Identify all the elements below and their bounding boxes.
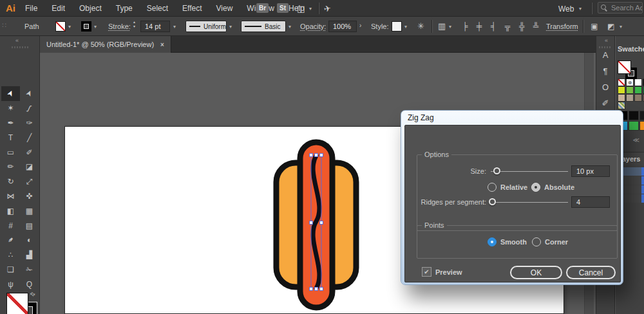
direct-selection-tool[interactable]: ➤ (20, 86, 39, 101)
stroke-panel-link[interactable]: Stroke: (108, 23, 131, 30)
style-chevron-icon[interactable]: ▾ (404, 24, 407, 30)
swatch-black-3[interactable] (639, 111, 644, 120)
drag-handle[interactable]: ∷ (2, 21, 6, 30)
shape-mode-icon[interactable]: ◩ (606, 17, 616, 36)
preview-checkbox[interactable]: ✔ (422, 267, 431, 277)
opacity-field[interactable]: 100% (328, 21, 357, 32)
menu-item[interactable]: Edit (44, 0, 72, 17)
swatch-bright-green[interactable] (629, 121, 639, 131)
symbol-sprayer-tool[interactable]: ∴ (1, 248, 20, 263)
selection-tool[interactable]: ➤ (1, 86, 20, 101)
swatch-taupe[interactable] (626, 94, 634, 102)
search-input[interactable] (610, 3, 643, 12)
menu-item[interactable]: Effect (175, 0, 209, 17)
type-tool[interactable]: T (1, 130, 20, 145)
bridge-button[interactable]: Br (256, 3, 269, 13)
shape-builder-tool[interactable]: ◧ (1, 203, 20, 218)
opentype-panel-icon[interactable]: O (597, 82, 614, 92)
stroke-weight-stepper[interactable]: ▴ ▾ (133, 20, 135, 29)
style-swatch[interactable] (392, 21, 402, 32)
swatch-none[interactable] (618, 78, 625, 86)
opacity-panel-link[interactable]: Opacity: (300, 23, 326, 30)
magic-wand-tool[interactable]: ✶ (1, 101, 20, 116)
vertical-align-bottom-icon[interactable]: ╩ (531, 17, 541, 36)
eyedropper-tool[interactable]: ✒ (1, 233, 20, 248)
swatch-pattern[interactable] (618, 102, 625, 109)
width-profile-chevron-icon[interactable]: ▾ (229, 24, 232, 30)
fill-chevron-icon[interactable]: ▾ (68, 24, 71, 30)
character-panel-icon[interactable]: A (597, 50, 614, 60)
corner-radio[interactable] (532, 237, 541, 246)
menu-item[interactable]: Select (140, 0, 175, 17)
close-tab-icon[interactable]: × (160, 41, 164, 48)
swatch-white[interactable] (634, 78, 642, 86)
swatch-yellow-green[interactable] (618, 86, 625, 94)
curvature-tool[interactable]: ✑ (20, 116, 39, 131)
menu-item[interactable]: View (209, 0, 240, 17)
workspace-switcher[interactable]: Web (558, 5, 574, 14)
relative-radio[interactable] (488, 183, 497, 192)
smooth-option[interactable]: Smooth (488, 237, 527, 246)
blend-tool[interactable]: ◐ (20, 233, 39, 248)
scale-tool[interactable]: ⤢ (20, 174, 39, 189)
ridges-value-field[interactable]: 4 (571, 196, 610, 208)
graph-tool[interactable]: ▟ (20, 248, 39, 263)
gpu-performance-icon[interactable]: ✈ (323, 3, 332, 14)
anchor-point[interactable] (310, 154, 313, 157)
stock-search[interactable] (598, 2, 643, 14)
shaper-tool[interactable]: ✏ (1, 160, 20, 174)
lasso-tool[interactable]: ʃ (20, 101, 39, 116)
ok-button[interactable]: OK (510, 266, 562, 279)
document-setup-icon[interactable]: ▥ (438, 21, 446, 31)
horizontal-align-right-icon[interactable]: ╡ (488, 17, 498, 36)
paintbrush-tool[interactable]: ✐ (20, 145, 39, 160)
hand-tool[interactable]: ψ (1, 277, 20, 291)
ridges-slider-handle[interactable] (489, 198, 496, 205)
recolor-artwork-icon[interactable]: ✳ (417, 21, 424, 31)
zoom-tool[interactable]: Q (20, 277, 39, 291)
line-segment-tool[interactable]: ╱ (20, 130, 39, 145)
end-chevron-icon[interactable]: ▾ (620, 24, 622, 30)
gradient-tool[interactable]: ▤ (20, 218, 39, 233)
puppet-warp-tool[interactable]: ✜ (20, 189, 39, 204)
corner-option[interactable]: Corner (532, 237, 568, 246)
mesh-tool[interactable]: # (1, 218, 20, 233)
eraser-tool[interactable]: ◪ (20, 160, 39, 174)
absolute-radio[interactable] (531, 183, 540, 192)
size-slider-handle[interactable] (493, 167, 500, 174)
size-slider-track[interactable] (491, 171, 568, 172)
collapse-panel-icon[interactable]: « (15, 37, 18, 44)
cancel-button[interactable]: Cancel (566, 266, 616, 279)
swatch-orange[interactable] (639, 121, 644, 131)
collapse-dock-icon[interactable]: « (605, 37, 607, 44)
stroke-chevron-icon[interactable]: ▾ (94, 24, 97, 30)
transform-panel-link[interactable]: Transform (546, 23, 578, 30)
stock-button[interactable]: St (277, 3, 289, 13)
workspace-chevron-icon[interactable]: ▾ (579, 6, 582, 12)
swatch-green[interactable] (634, 86, 642, 94)
brushes-panel-icon[interactable]: ✐ (597, 98, 614, 108)
menu-item[interactable]: File (18, 0, 44, 17)
relative-option[interactable]: Relative (488, 183, 527, 192)
drag-handle[interactable] (12, 46, 28, 48)
width-profile-dropdown[interactable]: Uniform (185, 21, 227, 32)
drag-handle[interactable] (599, 46, 612, 48)
brush-chevron-icon[interactable]: ▾ (289, 24, 291, 30)
horizontal-align-left-icon[interactable]: ╞ (460, 17, 470, 36)
anchor-point[interactable] (320, 288, 323, 291)
swatch-black-2[interactable] (629, 111, 639, 120)
horizontal-align-center-icon[interactable]: ╪ (474, 17, 484, 36)
stepper-down-icon[interactable]: ▾ (133, 24, 135, 28)
stroke-weight-field[interactable]: 14 pt (140, 21, 170, 32)
rotate-tool[interactable]: ↻ (1, 174, 20, 189)
stroke-color-swatch[interactable] (81, 21, 91, 32)
ridges-slider-track[interactable] (491, 202, 568, 203)
rectangle-tool[interactable]: ▭ (1, 145, 20, 160)
swatch-tan[interactable] (618, 94, 625, 102)
document-setup-chevron-icon[interactable]: ▾ (449, 24, 451, 30)
vertical-align-center-icon[interactable]: ╬ (516, 17, 527, 36)
artboard-tool[interactable]: ❏ (1, 263, 20, 277)
swatch-menu-icon[interactable]: ≪ (632, 136, 639, 143)
stepper-up-icon[interactable]: ▴ (133, 20, 135, 24)
stroke-weight-chevron-icon[interactable]: ▾ (173, 24, 176, 30)
